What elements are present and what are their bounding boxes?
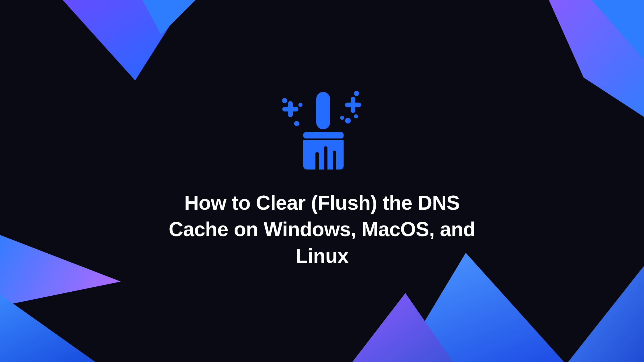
triangle-top-right	[489, 0, 644, 129]
svg-rect-12	[282, 107, 298, 111]
svg-point-16	[294, 121, 299, 126]
triangle-left-mid	[0, 233, 121, 307]
svg-point-18	[345, 118, 351, 124]
broom-clean-sparkle-icon	[276, 86, 368, 178]
hero-banner: How to Clear (Flush) the DNS Cache on Wi…	[0, 0, 644, 362]
svg-point-20	[354, 91, 359, 96]
hero-title: How to Clear (Flush) the DNS Cache on Wi…	[164, 190, 480, 269]
svg-marker-4	[0, 233, 121, 307]
triangle-bottom-right	[564, 259, 644, 362]
triangle-bottom-left	[0, 290, 103, 362]
svg-rect-10	[303, 132, 344, 138]
svg-rect-9	[316, 92, 330, 129]
svg-marker-2	[546, 0, 644, 121]
svg-point-21	[340, 116, 344, 120]
triangle-top-left-small	[141, 0, 198, 34]
svg-marker-0	[57, 0, 190, 80]
svg-marker-3	[586, 0, 644, 66]
svg-marker-5	[0, 290, 103, 362]
svg-rect-14	[345, 103, 361, 107]
triangle-top-left-large	[57, 0, 190, 86]
svg-point-15	[282, 98, 287, 103]
svg-marker-8	[564, 259, 644, 362]
svg-marker-7	[348, 293, 457, 362]
svg-point-17	[298, 103, 302, 107]
svg-marker-1	[141, 0, 198, 34]
triangle-bottom-center-purple	[348, 293, 457, 362]
svg-point-19	[354, 114, 358, 118]
hero-content: How to Clear (Flush) the DNS Cache on Wi…	[164, 86, 480, 269]
